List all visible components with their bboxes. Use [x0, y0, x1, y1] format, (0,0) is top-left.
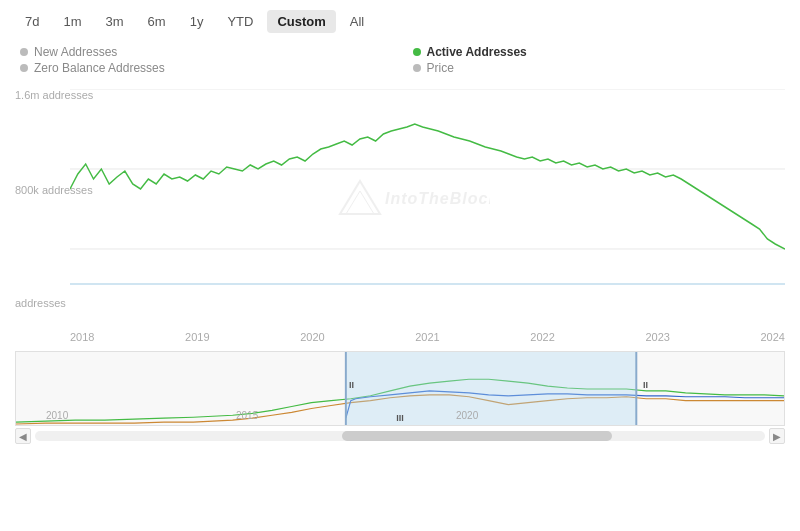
mini-x-2010: 2010: [46, 410, 68, 421]
y-label-bottom: addresses: [15, 297, 66, 309]
x-axis-labels: 2018 2019 2020 2021 2022 2023 2024: [15, 329, 785, 343]
x-label-2024: 2024: [760, 331, 784, 343]
handle-label-right: II: [643, 380, 648, 390]
x-label-2021: 2021: [415, 331, 439, 343]
main-chart-area: 1.6m addresses 800k addresses addresses …: [15, 89, 785, 343]
scroll-right-arrow[interactable]: ▶: [769, 428, 785, 444]
scroll-track[interactable]: [35, 431, 765, 441]
legend-dot-active: [413, 48, 421, 56]
btn-all[interactable]: All: [340, 10, 374, 33]
legend-dot-new: [20, 48, 28, 56]
btn-6m[interactable]: 6m: [138, 10, 176, 33]
legend-zero-balance[interactable]: Zero Balance Addresses: [20, 61, 393, 75]
main-chart[interactable]: 1.6m addresses 800k addresses addresses …: [15, 89, 785, 329]
legend-label-active: Active Addresses: [427, 45, 527, 59]
legend-label-price: Price: [427, 61, 454, 75]
legend-label-new: New Addresses: [34, 45, 117, 59]
svg-rect-8: [346, 352, 636, 425]
chart-legend: New Addresses Active Addresses Zero Bala…: [15, 45, 785, 75]
btn-custom[interactable]: Custom: [267, 10, 335, 33]
time-range-selector: 7d 1m 3m 6m 1y YTD Custom All: [15, 10, 785, 33]
btn-3m[interactable]: 3m: [96, 10, 134, 33]
mini-chart-navigator[interactable]: II II III 2010 2015 2020: [15, 351, 785, 426]
x-label-2022: 2022: [530, 331, 554, 343]
legend-price[interactable]: Price: [413, 61, 786, 75]
main-chart-svg: [70, 89, 785, 309]
handle-label-bottom: III: [396, 413, 404, 423]
scrollbar: ◀ ▶: [15, 428, 785, 444]
active-addresses-line: [70, 124, 785, 249]
handle-label-left: II: [349, 380, 354, 390]
legend-new-addresses[interactable]: New Addresses: [20, 45, 393, 59]
main-container: 7d 1m 3m 6m 1y YTD Custom All New Addres…: [0, 0, 800, 531]
btn-1m[interactable]: 1m: [53, 10, 91, 33]
scroll-left-arrow[interactable]: ◀: [15, 428, 31, 444]
btn-7d[interactable]: 7d: [15, 10, 49, 33]
x-label-2018: 2018: [70, 331, 94, 343]
btn-1y[interactable]: 1y: [180, 10, 214, 33]
x-label-2023: 2023: [645, 331, 669, 343]
scroll-thumb[interactable]: [342, 431, 612, 441]
mini-x-2020: 2020: [456, 410, 478, 421]
x-label-2020: 2020: [300, 331, 324, 343]
btn-ytd[interactable]: YTD: [217, 10, 263, 33]
mini-x-2015: 2015: [236, 410, 258, 421]
legend-dot-zero: [20, 64, 28, 72]
x-label-2019: 2019: [185, 331, 209, 343]
legend-dot-price: [413, 64, 421, 72]
legend-active-addresses[interactable]: Active Addresses: [413, 45, 786, 59]
legend-label-zero: Zero Balance Addresses: [34, 61, 165, 75]
